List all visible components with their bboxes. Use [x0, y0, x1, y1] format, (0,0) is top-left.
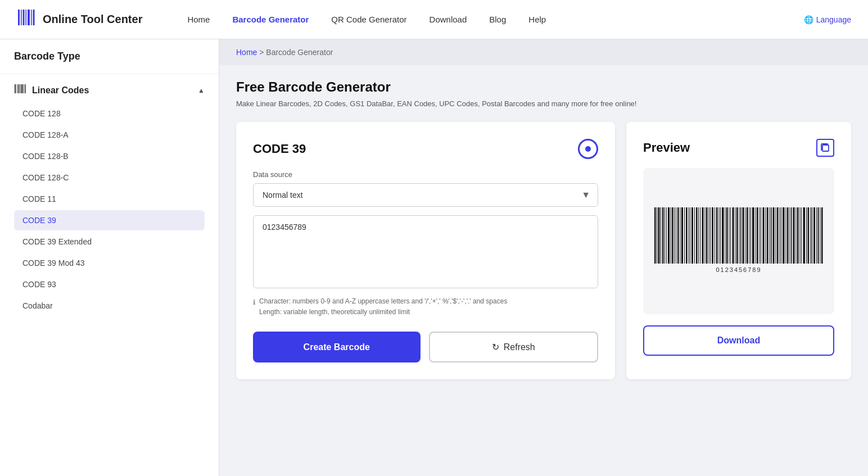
breadcrumb: Home > Barcode Generator [219, 39, 868, 65]
nav-qr-code[interactable]: QR Code Generator [331, 15, 406, 24]
svg-rect-80 [786, 207, 786, 264]
main-layout: Barcode Type Lin [0, 39, 868, 476]
svg-rect-7 [15, 84, 16, 93]
breadcrumb-separator: > [259, 48, 266, 57]
svg-rect-70 [766, 207, 766, 264]
svg-rect-38 [700, 207, 700, 264]
svg-rect-57 [739, 207, 740, 264]
logo-text: Online Tool Center [43, 13, 142, 26]
header: Online Tool Center Home Barcode Generato… [0, 0, 868, 39]
sidebar-item-code128a[interactable]: CODE 128-A [14, 125, 205, 145]
sidebar-item-code39mod43[interactable]: CODE 39 Mod 43 [14, 253, 205, 273]
breadcrumb-current: Barcode Generator [266, 48, 333, 57]
svg-rect-93 [812, 207, 813, 264]
barcode-data-input[interactable]: 0123456789 [253, 215, 598, 288]
linear-codes-icon [14, 83, 26, 98]
hint-content: Character: numbers 0-9 and A-Z uppercase… [259, 296, 507, 318]
settings-circle-icon[interactable] [578, 139, 598, 159]
sidebar: Barcode Type Lin [0, 39, 219, 476]
svg-rect-64 [752, 207, 754, 264]
preview-header: Preview [643, 139, 834, 157]
sidebar-item-code93[interactable]: CODE 93 [14, 274, 205, 294]
svg-rect-69 [763, 207, 765, 264]
svg-rect-44 [712, 207, 713, 264]
svg-rect-82 [790, 207, 790, 264]
copy-icon[interactable] [816, 139, 834, 157]
svg-rect-43 [710, 207, 711, 264]
svg-rect-0 [18, 10, 20, 25]
svg-rect-24 [672, 207, 673, 264]
svg-rect-90 [806, 207, 807, 264]
svg-rect-33 [690, 207, 690, 264]
svg-rect-50 [725, 207, 726, 264]
download-button[interactable]: Download [643, 325, 834, 356]
page-title: Free Barcode Generator [236, 79, 851, 95]
svg-rect-42 [709, 207, 709, 264]
language-selector[interactable]: 🌐 Language [804, 15, 851, 24]
svg-rect-23 [671, 207, 671, 264]
barcode-preview: 0123456789 [654, 207, 823, 275]
svg-rect-19 [662, 207, 664, 264]
linear-codes-label: Linear Codes [32, 85, 89, 96]
refresh-button[interactable]: ↻ Refresh [429, 332, 599, 362]
svg-rect-55 [735, 207, 736, 264]
svg-rect-39 [702, 207, 704, 264]
svg-rect-27 [677, 207, 679, 264]
svg-rect-73 [771, 207, 772, 264]
sidebar-item-codabar[interactable]: Codabar [14, 296, 205, 316]
hint-text: ℹ Character: numbers 0-9 and A-Z upperca… [253, 296, 598, 318]
svg-rect-52 [729, 207, 730, 264]
svg-rect-49 [722, 207, 724, 264]
hint-line2: Length: variable length, theoretically u… [259, 307, 507, 318]
breadcrumb-home[interactable]: Home [236, 48, 257, 57]
two-col-layout: CODE 39 Data source Normal text ▼ 012345… [236, 122, 851, 379]
svg-rect-76 [777, 207, 779, 264]
svg-rect-13 [25, 84, 26, 93]
svg-rect-15 [654, 207, 656, 264]
svg-rect-79 [783, 207, 785, 264]
sidebar-title: Barcode Type [0, 51, 219, 74]
nav-home[interactable]: Home [187, 15, 210, 24]
svg-rect-87 [800, 207, 801, 264]
svg-rect-45 [715, 207, 715, 264]
data-source-select[interactable]: Normal text [253, 183, 598, 207]
svg-rect-11 [21, 84, 23, 93]
sidebar-item-code39ext[interactable]: CODE 39 Extended [14, 232, 205, 252]
nav-download[interactable]: Download [430, 15, 467, 24]
svg-rect-91 [808, 207, 810, 264]
left-panel: CODE 39 Data source Normal text ▼ 012345… [236, 122, 615, 379]
svg-rect-97 [820, 207, 821, 264]
sidebar-item-code128[interactable]: CODE 128 [14, 103, 205, 124]
nav-blog[interactable]: Blog [489, 15, 506, 24]
preview-area: 0123456789 [643, 168, 834, 314]
refresh-label: Refresh [504, 342, 535, 352]
svg-rect-63 [751, 207, 751, 264]
svg-rect-22 [668, 207, 670, 264]
sidebar-item-code39[interactable]: CODE 39 [14, 210, 205, 230]
nav-barcode-generator[interactable]: Barcode Generator [232, 15, 309, 24]
svg-rect-2 [23, 10, 25, 25]
logo-area: Online Tool Center [17, 7, 142, 31]
svg-rect-67 [760, 207, 760, 264]
sidebar-item-code11[interactable]: CODE 11 [14, 189, 205, 209]
svg-rect-8 [17, 84, 17, 93]
svg-rect-40 [705, 207, 706, 264]
sidebar-section-header[interactable]: Linear Codes ▲ [14, 83, 205, 98]
circle-inner-dot [585, 146, 591, 152]
svg-rect-81 [787, 207, 789, 264]
hint-line1: Character: numbers 0-9 and A-Z uppercase… [259, 296, 507, 307]
svg-rect-14 [822, 145, 829, 151]
svg-rect-92 [810, 207, 811, 264]
svg-rect-98 [821, 207, 823, 264]
svg-rect-30 [684, 207, 685, 264]
content-area: Home > Barcode Generator Free Barcode Ge… [219, 39, 868, 476]
nav-help[interactable]: Help [528, 15, 546, 24]
svg-rect-5 [31, 10, 32, 25]
sidebar-item-code128c[interactable]: CODE 128-C [14, 167, 205, 188]
sidebar-item-code128b[interactable]: CODE 128-B [14, 146, 205, 166]
svg-rect-89 [803, 207, 806, 264]
svg-rect-75 [776, 207, 776, 264]
svg-rect-31 [686, 207, 688, 264]
svg-text:0123456789: 0123456789 [716, 266, 761, 273]
create-barcode-button[interactable]: Create Barcode [253, 332, 421, 362]
